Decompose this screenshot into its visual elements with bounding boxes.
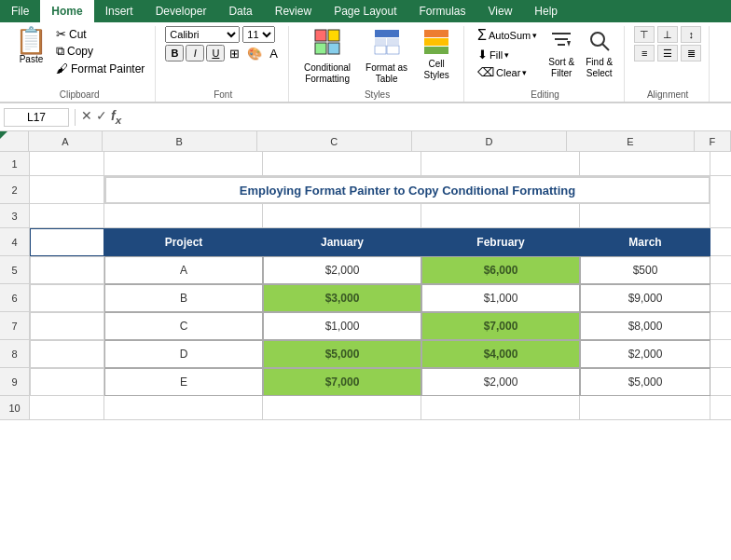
font-size-select[interactable]: 11 [242,26,275,43]
cell-c6-green[interactable]: $3,000 [263,284,421,312]
formula-insert-function-icon[interactable]: fx [111,108,121,126]
cut-button[interactable]: ✂ Cut [53,26,147,42]
align-left-button[interactable]: ≡ [634,45,655,61]
row-num-5[interactable]: 5 [0,256,30,284]
cell-f10[interactable] [710,396,731,420]
cell-d3[interactable] [421,204,580,228]
cell-b3[interactable] [104,204,263,228]
italic-button[interactable]: I [186,45,204,61]
tab-review[interactable]: Review [264,0,323,22]
cell-a4[interactable] [30,228,104,256]
row-num-1[interactable]: 1 [0,152,30,176]
cell-a1[interactable] [30,152,104,176]
row-num-8[interactable]: 8 [0,340,30,368]
row-num-7[interactable]: 7 [0,312,30,340]
font-color-button[interactable]: A [267,47,281,61]
cell-e6[interactable]: $9,000 [580,284,710,312]
cell-a8[interactable] [30,340,104,368]
cell-a3[interactable] [30,204,104,228]
col-header-d[interactable]: D [412,131,567,152]
tab-view[interactable]: View [477,0,524,22]
cell-e10[interactable] [580,396,710,420]
align-center-button[interactable]: ☰ [657,45,678,61]
cell-b4-project[interactable]: Project [104,228,263,256]
cell-reference-input[interactable]: L17 [4,108,69,127]
cell-a10[interactable] [30,396,104,420]
align-right-button[interactable]: ≣ [681,45,701,61]
cell-styles-button[interactable]: CellStyles [417,26,456,87]
sort-filter-button[interactable]: Sort &Filter [545,26,578,81]
cell-b2-title[interactable]: Employing Format Painter to Copy Conditi… [104,176,710,204]
cell-b10[interactable] [104,396,263,420]
cell-c3[interactable] [263,204,421,228]
cell-a9[interactable] [30,368,104,396]
font-family-select[interactable]: Calibri [165,26,240,43]
cell-f1[interactable] [710,152,731,176]
cell-f9[interactable] [710,368,731,396]
cell-d7-green[interactable]: $7,000 [421,312,580,340]
clear-button[interactable]: ⌫ Clear ▾ [474,64,541,80]
cell-d1[interactable] [421,152,580,176]
cell-c8-green[interactable]: $5,000 [263,340,421,368]
tab-file[interactable]: File [0,0,40,22]
underline-button[interactable]: U [206,45,225,61]
col-header-e[interactable]: E [567,131,695,152]
bold-button[interactable]: B [165,45,184,61]
col-header-b[interactable]: B [103,131,257,152]
cell-f3[interactable] [710,204,731,228]
cell-e7[interactable]: $8,000 [580,312,710,340]
cell-a2[interactable] [30,176,104,204]
find-select-button[interactable]: Find &Select [582,26,616,81]
conditional-formatting-button[interactable]: ConditionalFormatting [298,26,356,87]
row-num-10[interactable]: 10 [0,396,30,420]
col-header-c[interactable]: C [257,131,412,152]
clear-dropdown-icon[interactable]: ▾ [522,68,527,77]
formula-confirm-icon[interactable]: ✓ [96,108,107,126]
cell-f5[interactable] [710,256,731,284]
fill-color-button[interactable]: 🎨 [244,47,265,61]
cell-c5[interactable]: $2,000 [263,256,421,284]
tab-developer[interactable]: Developer [145,0,218,22]
cell-d4-february[interactable]: February [421,228,580,256]
cell-d5-green[interactable]: $6,000 [421,256,580,284]
align-middle-button[interactable]: ⊥ [657,26,678,43]
paste-button[interactable]: 📋 Paste [11,26,51,76]
autosum-dropdown-icon[interactable]: ▾ [532,31,537,40]
cell-a5[interactable] [30,256,104,284]
cell-e4-march[interactable]: March [580,228,710,256]
format-painter-button[interactable]: 🖌 Format Painter [53,61,147,76]
cell-a7[interactable] [30,312,104,340]
row-num-2[interactable]: 2 [0,176,30,204]
row-num-3[interactable]: 3 [0,204,30,228]
cell-c9-green[interactable]: $7,000 [263,368,421,396]
cell-a6[interactable] [30,284,104,312]
cell-d9[interactable]: $2,000 [421,368,580,396]
cell-b7[interactable]: C [104,312,263,340]
cell-f4[interactable] [710,228,731,256]
formula-input[interactable] [125,109,727,126]
fill-dropdown-icon[interactable]: ▾ [504,50,509,60]
fill-button[interactable]: ⬇ Fill ▾ [474,47,541,62]
cell-c10[interactable] [263,396,421,420]
row-num-4[interactable]: 4 [0,228,30,256]
tab-insert[interactable]: Insert [94,0,145,22]
tab-page-layout[interactable]: Page Layout [323,0,407,22]
cell-b1[interactable] [104,152,263,176]
cell-e9[interactable]: $5,000 [580,368,710,396]
cell-c4-january[interactable]: January [263,228,421,256]
cell-d6[interactable]: $1,000 [421,284,580,312]
tab-home[interactable]: Home [40,0,93,22]
cell-e5[interactable]: $500 [580,256,710,284]
cell-f8[interactable] [710,340,731,368]
col-header-a[interactable]: A [29,131,102,152]
cell-d10[interactable] [421,396,580,420]
cell-e8[interactable]: $2,000 [580,340,710,368]
format-as-table-button[interactable]: Format asTable [360,26,413,87]
cell-b9[interactable]: E [104,368,263,396]
formula-cancel-icon[interactable]: ✕ [81,108,92,126]
autosum-button[interactable]: Σ AutoSum ▾ [474,26,541,45]
row-num-9[interactable]: 9 [0,368,30,396]
cell-e3[interactable] [580,204,710,228]
tab-data[interactable]: Data [217,0,263,22]
tab-help[interactable]: Help [523,0,569,22]
